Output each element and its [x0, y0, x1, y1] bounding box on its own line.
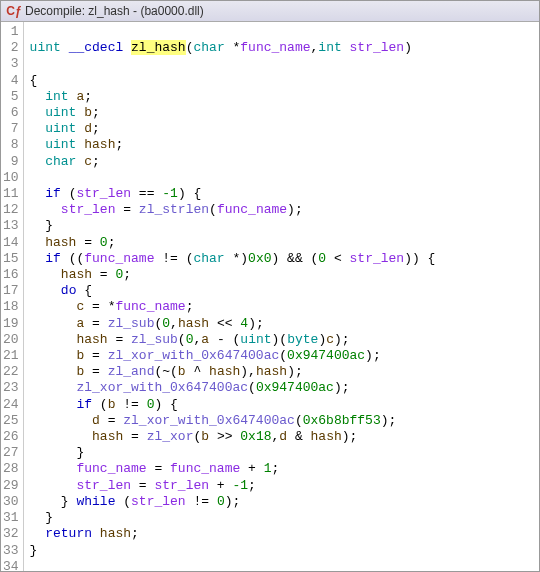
- code-token: hash: [311, 429, 342, 444]
- code-line[interactable]: str_len = zl_strlen(func_name);: [30, 202, 533, 218]
- code-token: hash: [61, 267, 92, 282]
- line-number: 33: [3, 543, 19, 559]
- line-number: 14: [3, 235, 19, 251]
- code-token: a: [201, 332, 209, 347]
- code-line[interactable]: str_len = str_len + -1;: [30, 478, 533, 494]
- code-token: 0: [162, 316, 170, 331]
- code-token: str_len: [350, 40, 405, 55]
- code-pane[interactable]: uint __cdecl zl_hash(char *func_name,int…: [24, 22, 539, 571]
- code-line[interactable]: if ((func_name != (char *)0x0) && (0 < s…: [30, 251, 533, 267]
- line-gutter: 1234567891011121314151617181920212223242…: [1, 22, 24, 571]
- code-token: -1: [162, 186, 178, 201]
- code-line[interactable]: a = zl_sub(0,hash << 4);: [30, 316, 533, 332]
- code-token: +: [240, 461, 263, 476]
- code-token: str_len: [131, 494, 186, 509]
- code-token: }: [30, 543, 38, 558]
- code-token: [30, 202, 61, 217]
- code-token: ) {: [154, 397, 177, 412]
- code-token: =: [84, 348, 107, 363]
- code-token: __cdecl: [69, 40, 124, 55]
- code-token: );: [334, 332, 350, 347]
- line-number: 10: [3, 170, 19, 186]
- code-line[interactable]: uint b;: [30, 105, 533, 121]
- code-line[interactable]: zl_xor_with_0x647400ac(0x947400ac);: [30, 380, 533, 396]
- code-token: [30, 478, 77, 493]
- code-token: [30, 332, 77, 347]
- code-line[interactable]: return hash;: [30, 526, 533, 542]
- titlebar[interactable]: Cƒ Decompile: zl_hash - (ba0000.dll): [1, 1, 539, 22]
- code-token: func_name: [240, 40, 310, 55]
- code-token: str_len: [350, 251, 405, 266]
- code-line[interactable]: }: [30, 218, 533, 234]
- code-token: [92, 526, 100, 541]
- code-token: <<: [209, 316, 240, 331]
- code-token: hash: [92, 429, 123, 444]
- code-line[interactable]: int a;: [30, 89, 533, 105]
- code-line[interactable]: }: [30, 510, 533, 526]
- code-token: b: [84, 105, 92, 120]
- code-token: ;: [108, 235, 116, 250]
- line-number: 34: [3, 559, 19, 571]
- code-line[interactable]: char c;: [30, 154, 533, 170]
- code-token: int: [318, 40, 341, 55]
- code-line[interactable]: [30, 56, 533, 72]
- line-number: 9: [3, 154, 19, 170]
- code-token: func_name: [84, 251, 154, 266]
- code-token: ): [404, 40, 412, 55]
- code-token: (: [209, 202, 217, 217]
- code-token: <: [326, 251, 349, 266]
- code-line[interactable]: uint __cdecl zl_hash(char *func_name,int…: [30, 40, 533, 56]
- code-token: ;: [92, 154, 100, 169]
- code-token: func_name: [76, 461, 146, 476]
- code-line[interactable]: {: [30, 73, 533, 89]
- code-line[interactable]: }: [30, 543, 533, 559]
- code-token: [123, 40, 131, 55]
- code-line[interactable]: hash = 0;: [30, 235, 533, 251]
- code-token: [30, 283, 61, 298]
- code-token: hash: [84, 137, 115, 152]
- code-line[interactable]: hash = zl_sub(0,a - (uint)(byte)c);: [30, 332, 533, 348]
- code-line[interactable]: [30, 559, 533, 571]
- code-token: 4: [240, 316, 248, 331]
- code-line[interactable]: do {: [30, 283, 533, 299]
- code-token: [30, 154, 46, 169]
- code-line[interactable]: b = zl_and(~(b ^ hash),hash);: [30, 364, 533, 380]
- code-line[interactable]: if (str_len == -1) {: [30, 186, 533, 202]
- code-token: 0x947400ac: [256, 380, 334, 395]
- code-token: uint: [45, 121, 76, 136]
- code-token: str_len: [61, 202, 116, 217]
- code-token: *: [225, 40, 241, 55]
- code-token: zl_xor: [147, 429, 194, 444]
- code-token: )) {: [404, 251, 435, 266]
- line-number: 8: [3, 137, 19, 153]
- code-line[interactable]: d = zl_xor_with_0x647400ac(0x6b8bff53);: [30, 413, 533, 429]
- code-line[interactable]: b = zl_xor_with_0x647400ac(0x947400ac);: [30, 348, 533, 364]
- code-line[interactable]: hash = 0;: [30, 267, 533, 283]
- code-token: hash: [256, 364, 287, 379]
- code-line[interactable]: [30, 24, 533, 40]
- code-token: = *: [84, 299, 115, 314]
- code-token: +: [209, 478, 232, 493]
- code-line[interactable]: [30, 170, 533, 186]
- code-line[interactable]: uint hash;: [30, 137, 533, 153]
- code-token: [30, 137, 46, 152]
- code-token: zl_sub: [131, 332, 178, 347]
- code-token: *): [225, 251, 248, 266]
- code-editor[interactable]: 1234567891011121314151617181920212223242…: [1, 22, 539, 571]
- code-token: >>: [209, 429, 240, 444]
- code-line[interactable]: }: [30, 445, 533, 461]
- code-line[interactable]: } while (str_len != 0);: [30, 494, 533, 510]
- code-token: hash: [209, 364, 240, 379]
- line-number: 32: [3, 526, 19, 542]
- code-line[interactable]: hash = zl_xor(b >> 0x18,d & hash);: [30, 429, 533, 445]
- code-line[interactable]: func_name = func_name + 1;: [30, 461, 533, 477]
- code-line[interactable]: if (b != 0) {: [30, 397, 533, 413]
- code-line[interactable]: uint d;: [30, 121, 533, 137]
- code-token: ),: [240, 364, 256, 379]
- code-token: int: [45, 89, 68, 104]
- code-token: [30, 121, 46, 136]
- code-line[interactable]: c = *func_name;: [30, 299, 533, 315]
- code-token: (: [295, 413, 303, 428]
- line-number: 25: [3, 413, 19, 429]
- line-number: 1: [3, 24, 19, 40]
